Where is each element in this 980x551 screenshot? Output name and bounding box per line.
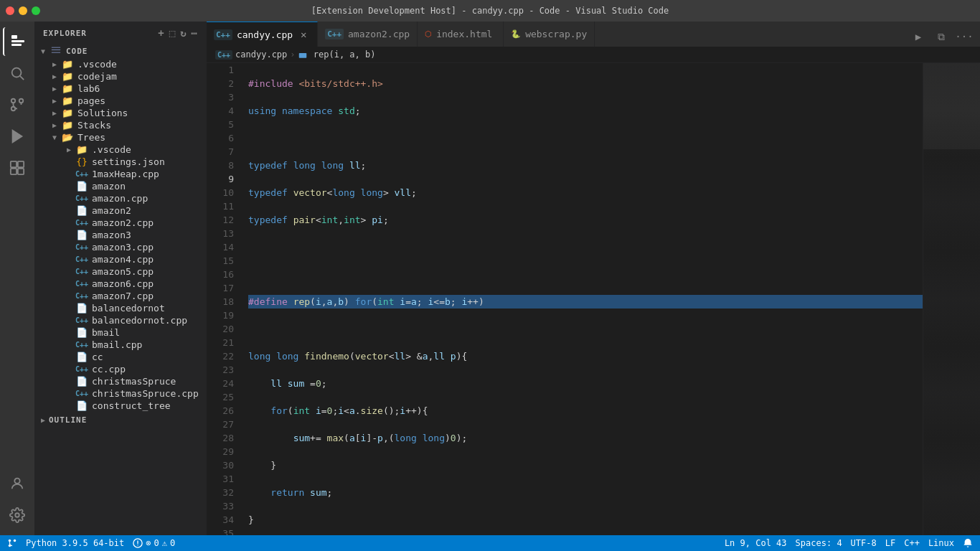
status-python[interactable]: Python 3.9.5 64-bit bbox=[26, 538, 124, 548]
tree-folder-solutions[interactable]: ▶ 📁 Solutions bbox=[34, 107, 207, 119]
minimize-button[interactable] bbox=[19, 6, 27, 15]
sidebar-item-account[interactable] bbox=[3, 469, 32, 498]
tab-indexhtml[interactable]: ⬡ index.html bbox=[418, 22, 504, 47]
tree-file-cccpp[interactable]: ▶ C++ cc.cpp bbox=[34, 363, 207, 375]
line-num-31: 31 bbox=[207, 472, 234, 486]
line-num-30: 30 bbox=[207, 458, 234, 472]
tree-folder-codejam[interactable]: ▶ 📁 codejam bbox=[34, 70, 207, 83]
tree-folder-code[interactable]: ▼ CODE bbox=[34, 44, 207, 58]
line-num-22: 22 bbox=[207, 349, 234, 363]
close-button[interactable] bbox=[6, 6, 14, 15]
tree-folder-lab6[interactable]: ▶ 📁 lab6 bbox=[34, 83, 207, 95]
tab-label-amazon2: amazon2.cpp bbox=[348, 29, 410, 39]
tree-label-amazon5cpp: amazon5.cpp bbox=[92, 266, 207, 277]
more-actions-button[interactable]: ··· bbox=[954, 27, 974, 47]
minimap-content bbox=[923, 63, 980, 535]
tree-folder-trees-vscode[interactable]: ▶ 📁 .vscode bbox=[34, 143, 207, 156]
sidebar-item-explorer[interactable] bbox=[3, 27, 32, 56]
refresh-icon[interactable]: ↻ bbox=[180, 27, 187, 39]
code-editor[interactable]: #include <bits/stdc++.h> using namespace… bbox=[242, 63, 923, 535]
tree-arrow-lab6: ▶ bbox=[49, 85, 60, 93]
line-num-8: 8 bbox=[207, 159, 234, 172]
svg-point-21 bbox=[138, 545, 138, 545]
new-folder-icon[interactable]: ⬚ bbox=[169, 27, 176, 39]
cpp-icon-christmasspruce: C++ bbox=[75, 390, 89, 397]
tree-label-amazon3cpp: amazon3.cpp bbox=[92, 242, 207, 253]
tree-file-amazon3cpp[interactable]: ▶ C++ amazon3.cpp bbox=[34, 241, 207, 253]
status-line-ending[interactable]: LF bbox=[885, 538, 895, 548]
minimap[interactable] bbox=[923, 63, 980, 535]
split-editor-button[interactable]: ⧉ bbox=[931, 27, 951, 47]
code-line-6: typedef pair<int,int> pi; bbox=[248, 213, 923, 227]
status-warnings-count: 0 bbox=[170, 538, 175, 548]
line-num-9: 9 bbox=[207, 172, 234, 186]
status-left: Python 3.9.5 64-bit ⊗ 0 ⚠ 0 bbox=[7, 538, 175, 548]
svg-point-16 bbox=[9, 540, 11, 542]
tree-file-constructtree[interactable]: ▶ 📄 construct_tree bbox=[34, 400, 207, 412]
tree-file-1maxheap[interactable]: ▶ C++ 1maxHeap.cpp bbox=[34, 168, 207, 180]
status-cursor-pos: Ln 9, Col 43 bbox=[725, 538, 787, 548]
tree-file-amazon4cpp[interactable]: ▶ C++ amazon4.cpp bbox=[34, 253, 207, 265]
status-language[interactable]: C++ bbox=[904, 538, 920, 548]
tree-arrow-tvscode: ▶ bbox=[63, 146, 75, 154]
tree-file-cc[interactable]: ▶ 📄 cc bbox=[34, 351, 207, 363]
file-icon-amazon3: 📄 bbox=[75, 230, 89, 240]
line-num-10: 10 bbox=[207, 186, 234, 199]
tree-file-amazon6cpp[interactable]: ▶ C++ amazon6.cpp bbox=[34, 278, 207, 290]
new-file-icon[interactable]: + bbox=[158, 27, 164, 39]
sidebar-item-search[interactable] bbox=[3, 59, 32, 88]
tree-folder-vscode[interactable]: ▶ 📁 .vscode bbox=[34, 58, 207, 70]
tab-close-candyy[interactable]: ✕ bbox=[297, 28, 310, 41]
tree-folder-stacks[interactable]: ▶ 📁 Stacks bbox=[34, 119, 207, 131]
status-os-label: Linux bbox=[928, 538, 954, 548]
tree-file-amazoncpp[interactable]: ▶ C++ amazon.cpp bbox=[34, 192, 207, 204]
code-line-11: long long findnemo(vector<ll> &a,ll p){ bbox=[248, 349, 923, 363]
status-os[interactable]: Linux bbox=[928, 538, 954, 548]
tree-file-amazon[interactable]: ▶ 📄 amazon bbox=[34, 180, 207, 192]
code-line-13: for(int i=0;i<a.size();i++){ bbox=[248, 404, 923, 418]
status-cursor[interactable]: Ln 9, Col 43 bbox=[725, 538, 787, 548]
status-errors[interactable]: ⊗ 0 ⚠ 0 bbox=[133, 538, 175, 548]
status-python-label: Python 3.9.5 64-bit bbox=[26, 538, 124, 548]
tree-file-amazon2cpp[interactable]: ▶ C++ amazon2.cpp bbox=[34, 217, 207, 229]
status-git[interactable] bbox=[7, 538, 17, 548]
tree-folder-pages[interactable]: ▶ 📁 pages bbox=[34, 95, 207, 107]
breadcrumb-file[interactable]: candyy.cpp bbox=[235, 50, 287, 60]
maximize-button[interactable] bbox=[32, 6, 40, 15]
tree-label-solutions: Solutions bbox=[77, 108, 207, 118]
tree-file-bmail[interactable]: ▶ 📄 bmail bbox=[34, 326, 207, 339]
status-spaces[interactable]: Spaces: 4 bbox=[796, 538, 842, 548]
tree-label-codejam: codejam bbox=[77, 71, 207, 82]
tab-candyycpp[interactable]: C++ candyy.cpp ✕ bbox=[207, 22, 318, 47]
status-encoding[interactable]: UTF-8 bbox=[851, 538, 877, 548]
tree-file-christmasspruce[interactable]: ▶ 📄 christmasSpruce bbox=[34, 375, 207, 387]
tree-file-amazon3[interactable]: ▶ 📄 amazon3 bbox=[34, 229, 207, 241]
status-notification[interactable] bbox=[963, 538, 973, 548]
tree-file-balancedornotcpp[interactable]: ▶ C++ balancedornot.cpp bbox=[34, 314, 207, 326]
collapse-icon[interactable]: ⋯ bbox=[192, 27, 198, 39]
tree-file-amazon2[interactable]: ▶ 📄 amazon2 bbox=[34, 204, 207, 217]
tree-file-bmailcpp[interactable]: ▶ C++ bmail.cpp bbox=[34, 339, 207, 351]
folder-icon-solutions: 📁 bbox=[60, 108, 75, 118]
breadcrumb-icon: C++ bbox=[215, 50, 232, 60]
outline-section[interactable]: ▶ OUTLINE bbox=[34, 415, 207, 425]
sidebar-item-extensions[interactable] bbox=[3, 154, 32, 182]
sidebar-item-run[interactable] bbox=[3, 122, 32, 151]
tree-file-balancedornot[interactable]: ▶ 📄 balancedornot bbox=[34, 302, 207, 314]
tree-file-settings[interactable]: ▶ {} settings.json bbox=[34, 156, 207, 168]
breadcrumb-symbol[interactable]: rep(i, a, b) bbox=[298, 50, 376, 60]
cpp-icon-amazon7: C++ bbox=[75, 292, 89, 300]
line-num-33: 33 bbox=[207, 499, 234, 513]
tree-file-christmasspruecpp[interactable]: ▶ C++ christmasSpruce.cpp bbox=[34, 387, 207, 400]
tab-webscrappy[interactable]: 🐍 webscrap.py bbox=[504, 22, 595, 47]
tree-folder-trees[interactable]: ▼ 📂 Trees bbox=[34, 131, 207, 143]
sidebar-item-settings[interactable] bbox=[3, 501, 32, 529]
run-button[interactable]: ▶ bbox=[908, 27, 928, 47]
tab-amazon2cpp[interactable]: C++ amazon2.cpp bbox=[318, 22, 418, 47]
sidebar-item-source-control[interactable] bbox=[3, 90, 32, 119]
line-num-16: 16 bbox=[207, 268, 234, 281]
line-num-15: 15 bbox=[207, 254, 234, 268]
tree-file-amazon5cpp[interactable]: ▶ C++ amazon5.cpp bbox=[34, 265, 207, 278]
tree-arrow-outline: ▶ bbox=[37, 416, 49, 424]
tree-file-amazon7cpp[interactable]: ▶ C++ amazon7.cpp bbox=[34, 290, 207, 302]
